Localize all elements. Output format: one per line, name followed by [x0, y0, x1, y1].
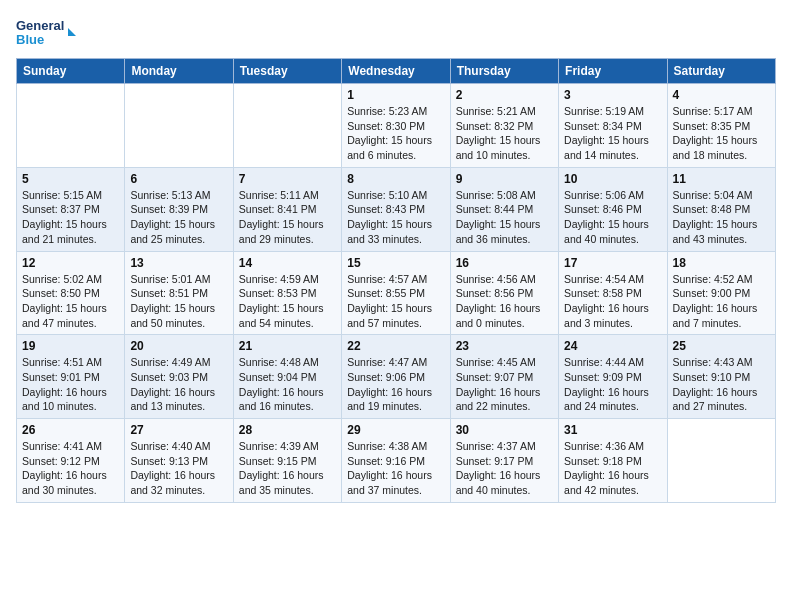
- day-info: Sunrise: 4:51 AMSunset: 9:01 PMDaylight:…: [22, 355, 119, 414]
- day-number: 15: [347, 256, 444, 270]
- calendar-cell: 5Sunrise: 5:15 AMSunset: 8:37 PMDaylight…: [17, 167, 125, 251]
- calendar-cell: 17Sunrise: 4:54 AMSunset: 8:58 PMDayligh…: [559, 251, 667, 335]
- weekday-header-monday: Monday: [125, 59, 233, 84]
- calendar-cell: 29Sunrise: 4:38 AMSunset: 9:16 PMDayligh…: [342, 419, 450, 503]
- day-number: 14: [239, 256, 336, 270]
- day-info: Sunrise: 5:10 AMSunset: 8:43 PMDaylight:…: [347, 188, 444, 247]
- day-number: 26: [22, 423, 119, 437]
- calendar-cell: 24Sunrise: 4:44 AMSunset: 9:09 PMDayligh…: [559, 335, 667, 419]
- day-info: Sunrise: 5:04 AMSunset: 8:48 PMDaylight:…: [673, 188, 770, 247]
- weekday-header-saturday: Saturday: [667, 59, 775, 84]
- day-number: 17: [564, 256, 661, 270]
- calendar-cell: 22Sunrise: 4:47 AMSunset: 9:06 PMDayligh…: [342, 335, 450, 419]
- svg-text:General: General: [16, 18, 64, 33]
- day-info: Sunrise: 4:59 AMSunset: 8:53 PMDaylight:…: [239, 272, 336, 331]
- calendar-cell: 10Sunrise: 5:06 AMSunset: 8:46 PMDayligh…: [559, 167, 667, 251]
- page-header: GeneralBlue: [16, 16, 776, 50]
- day-number: 12: [22, 256, 119, 270]
- calendar-week-row: 19Sunrise: 4:51 AMSunset: 9:01 PMDayligh…: [17, 335, 776, 419]
- calendar-cell: 9Sunrise: 5:08 AMSunset: 8:44 PMDaylight…: [450, 167, 558, 251]
- day-info: Sunrise: 5:06 AMSunset: 8:46 PMDaylight:…: [564, 188, 661, 247]
- day-info: Sunrise: 5:19 AMSunset: 8:34 PMDaylight:…: [564, 104, 661, 163]
- day-number: 4: [673, 88, 770, 102]
- svg-text:Blue: Blue: [16, 32, 44, 47]
- day-number: 21: [239, 339, 336, 353]
- calendar-cell: 13Sunrise: 5:01 AMSunset: 8:51 PMDayligh…: [125, 251, 233, 335]
- day-info: Sunrise: 4:57 AMSunset: 8:55 PMDaylight:…: [347, 272, 444, 331]
- day-number: 11: [673, 172, 770, 186]
- day-number: 9: [456, 172, 553, 186]
- calendar-cell: 8Sunrise: 5:10 AMSunset: 8:43 PMDaylight…: [342, 167, 450, 251]
- day-info: Sunrise: 4:39 AMSunset: 9:15 PMDaylight:…: [239, 439, 336, 498]
- day-info: Sunrise: 4:48 AMSunset: 9:04 PMDaylight:…: [239, 355, 336, 414]
- calendar-cell: 7Sunrise: 5:11 AMSunset: 8:41 PMDaylight…: [233, 167, 341, 251]
- day-number: 22: [347, 339, 444, 353]
- calendar-cell: 4Sunrise: 5:17 AMSunset: 8:35 PMDaylight…: [667, 84, 775, 168]
- calendar-cell: 19Sunrise: 4:51 AMSunset: 9:01 PMDayligh…: [17, 335, 125, 419]
- day-number: 31: [564, 423, 661, 437]
- weekday-header-row: SundayMondayTuesdayWednesdayThursdayFrid…: [17, 59, 776, 84]
- calendar-cell: 15Sunrise: 4:57 AMSunset: 8:55 PMDayligh…: [342, 251, 450, 335]
- calendar-cell: 12Sunrise: 5:02 AMSunset: 8:50 PMDayligh…: [17, 251, 125, 335]
- day-info: Sunrise: 5:15 AMSunset: 8:37 PMDaylight:…: [22, 188, 119, 247]
- calendar-cell: 2Sunrise: 5:21 AMSunset: 8:32 PMDaylight…: [450, 84, 558, 168]
- logo: GeneralBlue: [16, 16, 86, 50]
- weekday-header-wednesday: Wednesday: [342, 59, 450, 84]
- day-number: 18: [673, 256, 770, 270]
- day-number: 10: [564, 172, 661, 186]
- day-info: Sunrise: 4:56 AMSunset: 8:56 PMDaylight:…: [456, 272, 553, 331]
- weekday-header-thursday: Thursday: [450, 59, 558, 84]
- calendar-week-row: 26Sunrise: 4:41 AMSunset: 9:12 PMDayligh…: [17, 419, 776, 503]
- day-info: Sunrise: 5:21 AMSunset: 8:32 PMDaylight:…: [456, 104, 553, 163]
- calendar-week-row: 5Sunrise: 5:15 AMSunset: 8:37 PMDaylight…: [17, 167, 776, 251]
- day-number: 8: [347, 172, 444, 186]
- day-info: Sunrise: 5:17 AMSunset: 8:35 PMDaylight:…: [673, 104, 770, 163]
- svg-marker-2: [68, 28, 76, 36]
- day-info: Sunrise: 5:13 AMSunset: 8:39 PMDaylight:…: [130, 188, 227, 247]
- day-info: Sunrise: 5:08 AMSunset: 8:44 PMDaylight:…: [456, 188, 553, 247]
- day-info: Sunrise: 4:40 AMSunset: 9:13 PMDaylight:…: [130, 439, 227, 498]
- calendar-cell: 27Sunrise: 4:40 AMSunset: 9:13 PMDayligh…: [125, 419, 233, 503]
- day-number: 5: [22, 172, 119, 186]
- calendar-cell: 11Sunrise: 5:04 AMSunset: 8:48 PMDayligh…: [667, 167, 775, 251]
- calendar-week-row: 1Sunrise: 5:23 AMSunset: 8:30 PMDaylight…: [17, 84, 776, 168]
- weekday-header-tuesday: Tuesday: [233, 59, 341, 84]
- calendar-cell: 16Sunrise: 4:56 AMSunset: 8:56 PMDayligh…: [450, 251, 558, 335]
- day-number: 16: [456, 256, 553, 270]
- day-info: Sunrise: 4:38 AMSunset: 9:16 PMDaylight:…: [347, 439, 444, 498]
- day-number: 25: [673, 339, 770, 353]
- day-number: 1: [347, 88, 444, 102]
- day-number: 2: [456, 88, 553, 102]
- calendar-cell: 26Sunrise: 4:41 AMSunset: 9:12 PMDayligh…: [17, 419, 125, 503]
- day-number: 3: [564, 88, 661, 102]
- day-number: 13: [130, 256, 227, 270]
- day-info: Sunrise: 4:37 AMSunset: 9:17 PMDaylight:…: [456, 439, 553, 498]
- calendar-cell: [667, 419, 775, 503]
- day-number: 29: [347, 423, 444, 437]
- calendar-cell: 30Sunrise: 4:37 AMSunset: 9:17 PMDayligh…: [450, 419, 558, 503]
- day-info: Sunrise: 4:54 AMSunset: 8:58 PMDaylight:…: [564, 272, 661, 331]
- day-info: Sunrise: 5:01 AMSunset: 8:51 PMDaylight:…: [130, 272, 227, 331]
- calendar-cell: [17, 84, 125, 168]
- day-info: Sunrise: 5:23 AMSunset: 8:30 PMDaylight:…: [347, 104, 444, 163]
- calendar-cell: 20Sunrise: 4:49 AMSunset: 9:03 PMDayligh…: [125, 335, 233, 419]
- day-number: 19: [22, 339, 119, 353]
- calendar-cell: 31Sunrise: 4:36 AMSunset: 9:18 PMDayligh…: [559, 419, 667, 503]
- day-info: Sunrise: 4:41 AMSunset: 9:12 PMDaylight:…: [22, 439, 119, 498]
- calendar-cell: 6Sunrise: 5:13 AMSunset: 8:39 PMDaylight…: [125, 167, 233, 251]
- day-info: Sunrise: 4:43 AMSunset: 9:10 PMDaylight:…: [673, 355, 770, 414]
- weekday-header-sunday: Sunday: [17, 59, 125, 84]
- calendar-cell: 25Sunrise: 4:43 AMSunset: 9:10 PMDayligh…: [667, 335, 775, 419]
- calendar-table: SundayMondayTuesdayWednesdayThursdayFrid…: [16, 58, 776, 503]
- day-number: 28: [239, 423, 336, 437]
- day-number: 20: [130, 339, 227, 353]
- calendar-week-row: 12Sunrise: 5:02 AMSunset: 8:50 PMDayligh…: [17, 251, 776, 335]
- day-number: 30: [456, 423, 553, 437]
- day-info: Sunrise: 4:47 AMSunset: 9:06 PMDaylight:…: [347, 355, 444, 414]
- day-info: Sunrise: 4:36 AMSunset: 9:18 PMDaylight:…: [564, 439, 661, 498]
- day-number: 27: [130, 423, 227, 437]
- day-number: 6: [130, 172, 227, 186]
- calendar-cell: 21Sunrise: 4:48 AMSunset: 9:04 PMDayligh…: [233, 335, 341, 419]
- day-info: Sunrise: 4:49 AMSunset: 9:03 PMDaylight:…: [130, 355, 227, 414]
- calendar-cell: 18Sunrise: 4:52 AMSunset: 9:00 PMDayligh…: [667, 251, 775, 335]
